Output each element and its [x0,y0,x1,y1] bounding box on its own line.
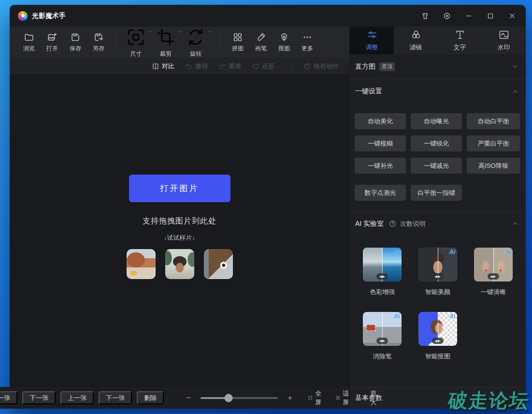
app-title: 光影魔术手 [32,12,66,20]
before-after-toggle-icon: ◀▶ [432,338,444,344]
usage-count-help-label[interactable]: 次数说明 [400,220,425,228]
ai-item-color-enhance[interactable]: Ai ◀▶ 色彩增强 [355,248,410,296]
chevron-up-icon[interactable] [512,220,519,227]
save-as-button[interactable]: 另存 [88,32,109,53]
delete-image-button[interactable]: 删除 [137,391,164,404]
compare-button[interactable]: 对比 [152,62,174,71]
one-click-blur-button[interactable]: 一键模糊 [355,135,406,151]
drag-drop-hint: 支持拖拽图片到此处 [143,216,216,226]
one-click-fill-light-button[interactable]: 一键补光 [355,158,406,174]
ai-badge: Ai [394,249,400,255]
resize-button[interactable]: 尺寸 [125,27,153,58]
toolbar-separator [220,33,220,46]
digital-spot-metering-button[interactable]: 数字点测光 [355,185,406,201]
text-icon [454,29,466,41]
tab-adjust[interactable]: 调整 [350,27,394,54]
ai-item-one-click-clarity[interactable]: Ai ◀▶ 一键清晰 [465,248,521,296]
zoom-slider[interactable] [201,397,278,399]
ai-item-smart-beauty[interactable]: Ai ◀▶ 智能美颜 [410,248,466,296]
ai-lab-section-header[interactable]: AI 实验室 次数说明 [350,211,526,236]
close-icon[interactable] [507,11,517,21]
forum-watermark: 破走论坛 [447,387,531,414]
ai-item-smart-cutout[interactable]: Ai ◀▶ 智能抠图 [410,312,466,361]
sample-image-desk[interactable] [204,249,233,279]
ai-thumb-one-click-clarity: Ai ◀▶ [474,248,513,281]
browse-button[interactable]: 浏览 [18,32,40,53]
brush-icon [256,32,266,43]
ai-item-eraser-pen[interactable]: Ai ◀▶ 消除笔 [355,312,410,361]
pin-top-badge[interactable]: 置顶 [379,62,395,71]
high-iso-denoise-button[interactable]: 高ISO降噪 [467,158,520,174]
minimize-icon[interactable] [464,11,474,21]
adjust-panel: 直方图 置顶 一键设置 自动美化 自动曝光 自动白平衡 一键模糊 一键锐化 严重… [350,54,526,409]
panel-tabs: 调整 滤镜 文字 水印 [350,27,526,54]
ai-thumb-smart-beauty: Ai ◀▶ [418,248,457,281]
app-logo-icon [18,11,28,21]
ai-badge: Ai [449,313,455,320]
chevron-down-icon[interactable] [207,29,213,34]
before-after-toggle-icon: ◀▶ [432,273,444,280]
redo-button[interactable]: 重做 [218,62,241,71]
one-click-sharpen-button[interactable]: 一键锐化 [411,135,462,151]
auto-exposure-button[interactable]: 自动曝光 [411,113,462,129]
view-mode-controls: 全屏 适屏 原大 [308,389,379,407]
prev-image-button[interactable]: 上一张 [60,391,94,404]
collage-button[interactable]: 拼图 [227,32,248,53]
right-panel: 调整 滤镜 文字 水印 直方图 置顶 [349,27,526,409]
zoom-slider-handle[interactable] [225,394,233,402]
one-click-section-header[interactable]: 一键设置 [350,79,526,104]
fullscreen-button[interactable]: 全屏 [308,389,324,407]
undo-button[interactable]: 撤销 [185,62,208,71]
white-balance-one-key-button[interactable]: 白平衡一指键 [411,185,462,201]
tab-watermark[interactable]: 水印 [482,27,526,54]
before-after-toggle-icon: ◀▶ [376,338,388,344]
rotate-icon [185,27,206,48]
sample-image-portrait[interactable] [165,249,194,279]
sample-image-canyon[interactable] [127,249,156,279]
open-button[interactable]: 打开 [42,32,63,53]
prev-image-button-clipped[interactable]: 上一张 [0,391,17,404]
before-after-toggle-icon: ◀▶ [376,273,388,280]
auto-beautify-button[interactable]: 自动美化 [355,113,406,129]
chevron-down-icon[interactable] [177,29,183,34]
chevron-up-icon[interactable] [512,88,519,95]
undo-icon [185,62,193,70]
severe-white-balance-button[interactable]: 严重白平衡 [467,135,520,151]
compare-icon [152,62,159,70]
original-size-button[interactable]: 原大 [363,389,379,407]
cutout-button[interactable]: 抠图 [273,32,295,53]
redo-icon [218,62,226,70]
save-action-button[interactable]: 保存动作 [303,62,339,71]
brush-button[interactable]: 画笔 [250,32,272,53]
rotate-button[interactable]: 旋转 [185,27,213,58]
tab-text[interactable]: 文字 [438,27,482,54]
ai-thumb-smart-cutout: Ai ◀▶ [418,312,457,346]
skin-icon[interactable] [420,11,430,21]
resize-icon [125,27,146,48]
more-button[interactable]: 更多 [297,32,318,53]
histogram-section-header[interactable]: 直方图 置顶 [350,54,526,79]
crop-icon [155,27,176,48]
tab-filters[interactable]: 滤镜 [394,27,438,54]
open-image-button[interactable]: 打开图片 [129,175,230,202]
maximize-icon[interactable] [486,11,495,21]
crop-button[interactable]: 裁剪 [155,27,183,58]
help-circle-icon[interactable] [388,220,397,228]
chevron-down-icon[interactable] [512,63,519,70]
next-image-button-2[interactable]: 下一张 [99,391,132,404]
settings-gear-icon[interactable] [442,11,452,21]
save-button[interactable]: 保存 [65,32,86,53]
auto-white-balance-button[interactable]: 自动白平衡 [467,113,520,129]
sliders-icon [366,29,378,41]
one-click-dim-light-button[interactable]: 一键减光 [411,158,462,174]
restore-button[interactable]: 还原 [252,62,282,71]
app-window: 光影魔术手 浏览 [10,5,526,409]
fit-screen-button[interactable]: 适屏 [335,389,351,407]
ai-badge: Ai [505,249,511,255]
ai-thumb-color-enhance: Ai ◀▶ [363,248,402,281]
zoom-out-button[interactable]: − [183,394,194,402]
chevron-down-icon[interactable] [147,29,153,34]
chevron-down-icon[interactable] [277,64,282,69]
zoom-in-button[interactable]: + [285,394,295,402]
next-image-button[interactable]: 下一张 [22,391,56,404]
